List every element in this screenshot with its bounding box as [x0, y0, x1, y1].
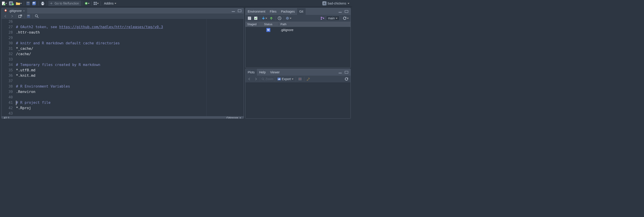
- svg-rect-28: [248, 18, 250, 19]
- export-button[interactable]: Export: [276, 77, 294, 81]
- find-replace-icon[interactable]: [34, 14, 40, 19]
- nav-forward-icon[interactable]: [9, 14, 14, 19]
- line-number: 31: [2, 46, 13, 51]
- code-line[interactable]: [16, 111, 244, 116]
- code-line[interactable]: # OAuth2 token, see https://github.com/h…: [16, 24, 244, 30]
- remove-plot-icon[interactable]: [297, 76, 303, 82]
- goto-file-function[interactable]: Go to file/function: [48, 1, 81, 6]
- line-number: 41: [2, 100, 13, 105]
- history-icon[interactable]: [277, 16, 282, 21]
- code-line[interactable]: .Renviron: [16, 89, 244, 94]
- svg-rect-13: [94, 2, 95, 3]
- save-file-icon[interactable]: [26, 14, 31, 19]
- file-language[interactable]: Gitignore: [226, 116, 238, 119]
- tab-environment[interactable]: Environment: [246, 8, 268, 15]
- push-icon[interactable]: [268, 16, 274, 21]
- new-branch-icon[interactable]: [320, 16, 325, 21]
- code-line[interactable]: # Temporary files created by R markdown: [16, 62, 244, 68]
- commit-icon[interactable]: [253, 16, 258, 21]
- code-line[interactable]: [16, 19, 244, 24]
- git-file-row[interactable]: M.gitignore: [246, 27, 350, 33]
- code-line[interactable]: # R Environment Variables: [16, 84, 244, 89]
- line-number: 26: [2, 19, 13, 24]
- tab-plots[interactable]: Plots: [246, 69, 257, 76]
- git-toolbar: main: [246, 15, 350, 22]
- svg-rect-10: [42, 2, 44, 3]
- svg-point-32: [287, 18, 288, 19]
- line-number: 43: [2, 111, 13, 116]
- line-number: 38: [2, 84, 13, 89]
- svg-rect-14: [96, 2, 97, 3]
- maximize-pane-icon[interactable]: [344, 9, 349, 14]
- new-rproject-button[interactable]: R: [8, 1, 14, 6]
- refresh-icon[interactable]: [342, 16, 349, 21]
- line-number: 29: [2, 35, 13, 41]
- maximize-pane-icon[interactable]: [344, 70, 349, 75]
- open-file-button[interactable]: [15, 1, 22, 6]
- tab-viewer[interactable]: Viewer: [268, 69, 282, 76]
- new-file-button[interactable]: [1, 1, 8, 6]
- editor-status-bar: 41:1 Gitignore: [2, 116, 244, 119]
- git-file-path: .gitignore: [279, 28, 350, 32]
- branch-selector[interactable]: main: [326, 16, 340, 21]
- upper-right-tabs: Environment Files Packages Git: [246, 8, 350, 15]
- svg-rect-18: [232, 11, 235, 12]
- close-tab-icon[interactable]: ×: [23, 9, 25, 13]
- zoom-button[interactable]: Zoom: [261, 77, 274, 81]
- tab-git[interactable]: Git: [297, 8, 306, 15]
- print-button[interactable]: [40, 1, 45, 6]
- tab-packages[interactable]: Packages: [279, 8, 297, 15]
- svg-rect-27: [248, 17, 250, 18]
- save-button[interactable]: [25, 1, 31, 6]
- code-line[interactable]: /cache/: [16, 51, 244, 57]
- minimize-pane-icon[interactable]: [338, 9, 343, 14]
- minimize-pane-icon[interactable]: [230, 8, 236, 14]
- project-menu[interactable]: R bad-chickens: [321, 1, 351, 6]
- svg-rect-39: [278, 78, 281, 80]
- plots-toolbar: Zoom Export: [246, 76, 350, 82]
- line-number: 42: [2, 105, 13, 111]
- addins-menu[interactable]: Addins: [102, 2, 118, 5]
- line-number: 37: [2, 78, 13, 84]
- show-in-new-window-icon[interactable]: [18, 14, 23, 19]
- workspace: .gitignore × 26272829303132333435: [0, 7, 352, 119]
- line-number: 28: [2, 30, 13, 35]
- code-line[interactable]: .httr-oauth: [16, 30, 244, 35]
- lower-right-tabs: Plots Help Viewer: [246, 69, 350, 76]
- maximize-pane-icon[interactable]: [237, 8, 242, 14]
- grid-layout-button[interactable]: [93, 1, 99, 6]
- refresh-plots-icon[interactable]: [344, 76, 349, 82]
- svg-rect-8: [33, 2, 35, 3]
- svg-rect-29: [248, 19, 250, 19]
- code-line[interactable]: *.Rproj: [16, 105, 244, 111]
- code-line[interactable]: # knitr and R markdown default cache dir…: [16, 41, 244, 46]
- svg-rect-5: [27, 4, 29, 5]
- svg-rect-15: [94, 4, 95, 5]
- tab-files[interactable]: Files: [268, 8, 279, 15]
- diff-icon[interactable]: [247, 16, 252, 21]
- code-line[interactable]: [16, 35, 244, 41]
- pull-icon[interactable]: [261, 16, 268, 21]
- code-line[interactable]: [16, 78, 244, 84]
- addin-plus-button[interactable]: [84, 1, 90, 6]
- minimize-pane-icon[interactable]: [338, 70, 343, 75]
- clear-all-icon[interactable]: [306, 76, 311, 82]
- tab-help[interactable]: Help: [257, 69, 268, 76]
- margin-ruler: [206, 19, 206, 116]
- editor-tab-gitignore[interactable]: .gitignore ×: [2, 8, 27, 14]
- code-line[interactable]: *_cache/: [16, 46, 244, 51]
- svg-point-38: [262, 78, 264, 80]
- editor-tab-bar: .gitignore ×: [2, 8, 244, 14]
- code-editor[interactable]: 262728293031323334353637383940414243 # O…: [2, 19, 244, 116]
- plot-prev-icon[interactable]: [247, 76, 252, 82]
- code-line[interactable]: *.utf8.md: [16, 68, 244, 73]
- code-line[interactable]: *.knit.md: [16, 73, 244, 78]
- save-all-button[interactable]: [32, 1, 37, 6]
- nav-back-icon[interactable]: [3, 14, 8, 19]
- more-gear-icon[interactable]: [285, 16, 292, 21]
- code-line[interactable]: # R project file: [16, 100, 244, 105]
- code-line[interactable]: [16, 57, 244, 62]
- plot-next-icon[interactable]: [253, 76, 258, 82]
- code-line[interactable]: [16, 94, 244, 100]
- svg-rect-20: [19, 15, 21, 18]
